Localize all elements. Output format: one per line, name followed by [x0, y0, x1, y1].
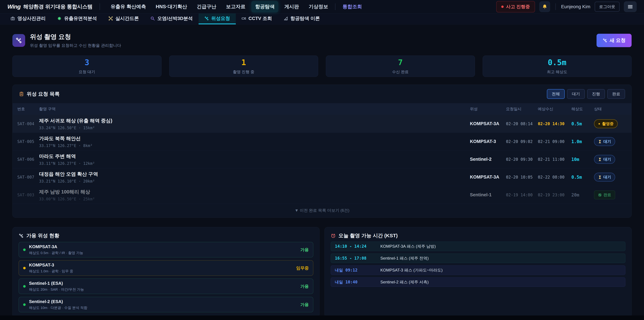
satellite-name: Sentinel-2 (ESA) — [29, 299, 297, 304]
new-request-button[interactable]: 새 요청 — [596, 34, 632, 47]
pass-time: 내일 09:12 — [335, 267, 374, 273]
satellite-name: KOMPSAT-3 — [29, 262, 293, 268]
satellite-desc: 해상도 10m · 다분광 · 수질 분석 적합 — [29, 305, 297, 310]
tab-realtime-drone[interactable]: 실시간드론 — [103, 14, 144, 24]
stats-row: 3 요청 대기 1 촬영 진행 중 7 수신 완료 0.5m 최고 해상도 — [12, 56, 632, 77]
stat-label: 요청 대기 — [79, 69, 95, 75]
panel-title: 오늘 촬영 가능 시간 (KST) — [331, 232, 626, 239]
filter-waiting[interactable]: 대기 — [567, 89, 585, 99]
column-header-expected: 예상수신 — [538, 106, 572, 112]
new-request-label: 새 요청 — [610, 37, 626, 44]
satellite-request-list-panel: 위성 요청 목록 전체 대기 진행 완료 번호 촬영 구역 위성 요청일시 예상… — [12, 85, 632, 218]
logout-button[interactable]: 로그아웃 — [595, 2, 620, 12]
table-row[interactable]: SAT-004 제주 서귀포 해상 (유출 해역 중심) 33.24°N 126… — [12, 115, 632, 133]
status-badge: 완료 — [594, 190, 615, 199]
incident-status-label: 사고 진행중 — [506, 4, 530, 10]
table-header: 번호 촬영 구역 위성 요청일시 예상수신 해상도 상태 — [12, 103, 632, 115]
tab-pollution-3d-analysis[interactable]: 오염/선박3D분석 — [144, 14, 198, 24]
tab-label: CCTV 조회 — [248, 15, 272, 22]
incident-status-badge: 사고 진행중 — [496, 1, 535, 13]
menu-button[interactable] — [624, 1, 636, 12]
nav-item-oil-spill[interactable]: 유출유 확산예측 — [107, 1, 150, 13]
table-row[interactable]: SAT-007 대정읍 해안 오염 확산 구역 33.21°N 126.10°E… — [12, 168, 632, 186]
expected-at: 02-20 14:30 — [538, 122, 572, 126]
column-header-status: 상태 — [594, 106, 627, 112]
status-filter-chips: 전체 대기 진행 완료 — [547, 89, 625, 99]
capture-windows-panel: 오늘 촬영 가능 시간 (KST) 14:10 - 14:24 KOMPSAT-… — [324, 227, 632, 317]
pass-label: Sentinel-1 패스 (제주 전역) — [380, 255, 429, 261]
area-name: 대정읍 해안 오염 확산 구역 — [39, 171, 470, 178]
requested-at: 02-20 10:05 — [506, 175, 538, 180]
tab-aerial-search-theory[interactable]: 항공탐색 이론 — [278, 14, 326, 24]
area-coords: 33.21°N 126.10°E · 20km² — [39, 179, 470, 183]
top-bar: Wing 해양환경 위기대응 통합시스템 유출유 확산예측 HNS·대기확산 긴… — [0, 0, 644, 14]
status-label: 대기 — [604, 139, 611, 144]
nav-item-rescue[interactable]: 긴급구난 — [193, 1, 220, 13]
show-more-completed-link[interactable]: ▼ 이전 완료 목록 더보기 (6건) — [12, 204, 632, 217]
area-coords: 33.24°N 126.50°E · 15km² — [39, 126, 470, 130]
nav-item-hns[interactable]: HNS·대기확산 — [152, 1, 191, 13]
tab-cctv-view[interactable]: CCTV 조회 — [236, 14, 278, 24]
tab-label: 실시간드론 — [116, 15, 139, 22]
tab-image-photo-management[interactable]: 영상사진관리 — [5, 14, 51, 24]
satellite-icon — [18, 233, 24, 238]
status-dot-icon — [23, 248, 26, 251]
resolution: 20m — [572, 192, 594, 197]
requested-at: 02-19 14:00 — [506, 193, 538, 197]
column-header-area: 촬영 구역 — [39, 106, 470, 112]
table-row[interactable]: SAT-005 가파도 북쪽 해안선 33.17°N 126.27°E · 8k… — [12, 133, 632, 150]
column-header-satellite: 위성 — [470, 106, 506, 112]
satellite-item: KOMPSAT-3A 해상도 0.5m · 광학 / IR · 촬영 가능 가용 — [18, 242, 313, 257]
pass-time: 내일 10:40 — [335, 279, 374, 285]
nav-item-weather[interactable]: 기상정보 — [305, 1, 332, 13]
resolution: 0.5m — [572, 175, 594, 180]
tab-label: 영상사진관리 — [18, 15, 46, 22]
resolution: 1.0m — [572, 139, 594, 144]
expected-at: 02-19 23:00 — [538, 193, 572, 197]
table-row[interactable]: SAT-003 제주 남방 100해리 해상 33.00°N 126.50°E … — [12, 186, 632, 204]
pass-window-row: 내일 10:40 Sentinel-2 패스 (제주 서측) — [331, 277, 626, 287]
notifications-button[interactable] — [539, 1, 550, 12]
cctv-icon — [242, 16, 246, 21]
nav-item-board[interactable]: 게시판 — [280, 1, 302, 13]
table-row[interactable]: SAT-006 마라도 주변 해역 33.11°N 126.27°E · 12k… — [12, 150, 632, 168]
divider — [100, 3, 100, 10]
top-bar-right: 사고 진행중 Eunjeong Kim 로그아웃 — [496, 1, 636, 13]
tab-satellite-request[interactable]: 위성요청 — [198, 14, 236, 24]
pass-window-row: 16:55 - 17:08 Sentinel-1 패스 (제주 전역) — [331, 253, 626, 263]
tab-label: 유출유면적분석 — [64, 15, 97, 22]
main-content: 위성 촬영 요청 위성 촬영 임무를 요청하고 수신 현황을 관리합니다 새 요… — [0, 25, 644, 317]
column-header-id: 번호 — [17, 106, 39, 112]
camera-icon — [10, 16, 15, 21]
filter-done[interactable]: 완료 — [607, 89, 625, 99]
request-id: SAT-004 — [17, 122, 39, 126]
filter-all[interactable]: 전체 — [547, 89, 565, 99]
stat-card-received: 7 수신 완료 — [326, 56, 475, 77]
nav-item-reports[interactable]: 보고자료 — [222, 1, 249, 13]
request-id: SAT-007 — [17, 175, 39, 180]
bell-icon — [542, 4, 548, 10]
hourglass-icon — [598, 158, 602, 161]
page-titles: 위성 촬영 요청 위성 촬영 임무를 요청하고 수신 현황을 관리합니다 — [30, 33, 592, 48]
stat-card-shooting: 1 촬영 진행 중 — [169, 56, 318, 77]
nav-item-aerial-search[interactable]: 항공탐색 — [252, 1, 278, 13]
panel-title-label: 위성 요청 목록 — [27, 91, 60, 98]
area-name: 마라도 주변 해역 — [39, 153, 470, 160]
filter-in-progress[interactable]: 진행 — [587, 89, 605, 99]
satellite-item: KOMPSAT-3 해상도 1.0m · 광학 · 임무 중 임무중 — [18, 260, 313, 276]
nav-item-integrated-search[interactable]: 통합조회 — [339, 1, 366, 13]
satellite-name: Sentinel-1 — [470, 192, 506, 197]
alarm-clock-icon — [331, 233, 336, 238]
availability-badge: 가용 — [300, 247, 309, 252]
page-subtitle: 위성 촬영 임무를 요청하고 수신 현황을 관리합니다 — [30, 43, 592, 48]
satellite-icon — [204, 16, 209, 21]
tab-oil-area-analysis[interactable]: 유출유면적분석 — [51, 14, 103, 24]
satellite-item: Sentinel-2 (ESA) 해상도 10m · 다분광 · 수질 분석 적… — [18, 297, 313, 312]
user-name: Eunjeong Kim — [561, 4, 590, 10]
requested-at: 02-20 09:30 — [506, 157, 538, 162]
area-name: 가파도 북쪽 해안선 — [39, 135, 470, 142]
page-footer — [0, 315, 644, 320]
status-badge: 대기 — [594, 137, 615, 146]
clipboard-icon — [19, 92, 24, 97]
pass-time: 16:55 - 17:08 — [335, 256, 374, 261]
